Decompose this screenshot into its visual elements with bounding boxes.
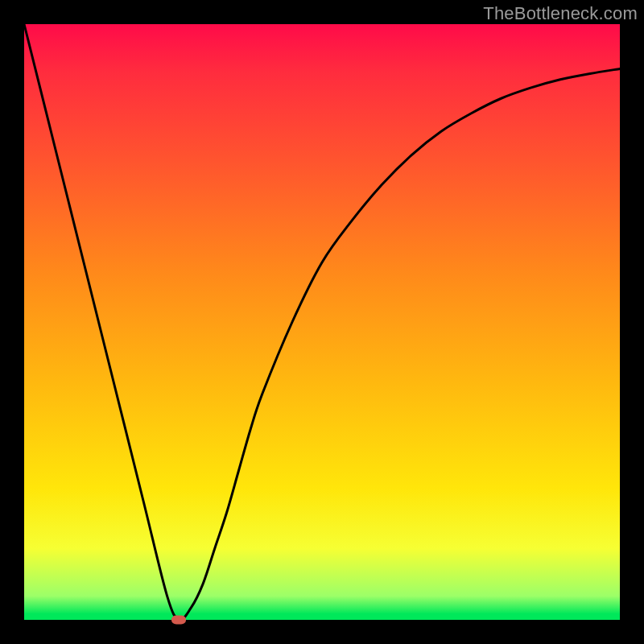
curve-path [24, 24, 620, 620]
chart-curve [24, 24, 620, 620]
watermark-text: TheBottleneck.com [483, 3, 638, 24]
optimum-marker [171, 616, 186, 625]
plot-area [24, 24, 620, 620]
frame: TheBottleneck.com [0, 0, 644, 644]
